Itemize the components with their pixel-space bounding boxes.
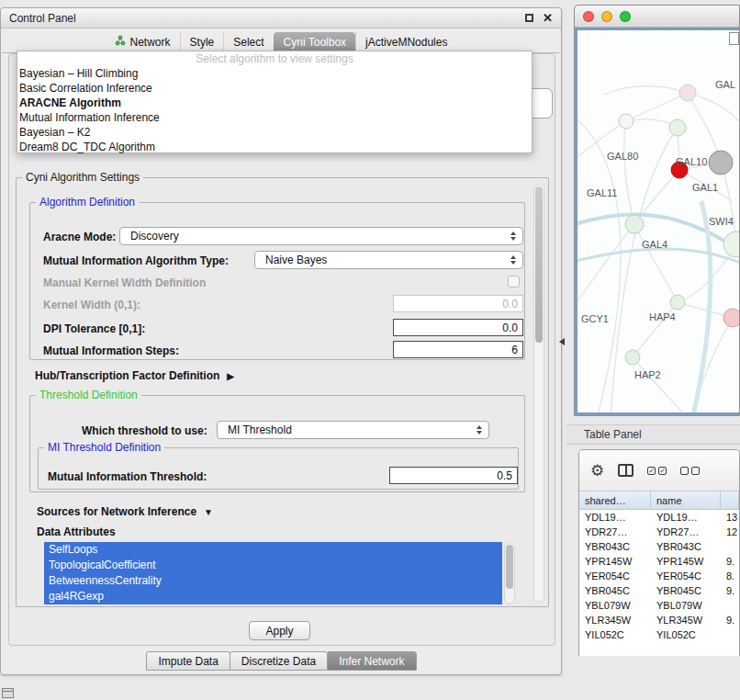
close-window-icon[interactable]: ✕ bbox=[543, 12, 553, 24]
mi-threshold-group: MI Threshold Definition Mutual Informati… bbox=[38, 447, 519, 490]
network-node[interactable] bbox=[679, 85, 696, 101]
table-cell: YDL19… bbox=[579, 510, 651, 525]
settings-scrollbar[interactable] bbox=[533, 184, 544, 603]
hub-definition-label: Hub/Transcription Factor Definition bbox=[35, 369, 219, 382]
attribute-item-gal4rgexp[interactable]: gal4RGexp bbox=[44, 589, 502, 604]
table-cell: YIL052C bbox=[579, 627, 651, 642]
table-row[interactable]: YIL052CYIL052C bbox=[579, 627, 739, 642]
dropdown-item-mutual-information-inference[interactable]: Mutual Information Inference bbox=[17, 110, 532, 125]
tab-network[interactable]: Network bbox=[106, 32, 180, 52]
gear-icon[interactable]: ⚙ bbox=[590, 463, 604, 479]
kernel-width-field[interactable] bbox=[393, 295, 523, 312]
which-threshold-combo[interactable]: MI Threshold bbox=[217, 421, 489, 439]
table-row[interactable]: YPR145WYPR145W9. bbox=[579, 554, 739, 569]
table-row[interactable]: YBR045CYBR045C9. bbox=[579, 583, 739, 598]
mi-type-combo[interactable]: Naive Bayes bbox=[254, 251, 523, 269]
titlebar-icons: ✕ bbox=[525, 12, 553, 24]
updown-arrows-icon bbox=[510, 231, 516, 241]
attribute-item-betweennesscentrality[interactable]: BetweennessCentrality bbox=[44, 573, 502, 589]
table-cell: 13 bbox=[721, 510, 739, 525]
bottom-tab-discretize-data[interactable]: Discretize Data bbox=[230, 651, 328, 671]
sources-collapser[interactable]: Sources for Network Inference ▼ bbox=[37, 505, 213, 518]
dropdown-item-bayesian-k2[interactable]: Bayesian – K2 bbox=[17, 125, 532, 140]
panel-divider-collapse-arrow[interactable] bbox=[559, 338, 565, 345]
network-node-label: GAL80 bbox=[607, 151, 638, 162]
manual-kernel-checkbox[interactable] bbox=[508, 276, 520, 288]
tab-style[interactable]: Style bbox=[180, 32, 224, 52]
table-row[interactable]: YDL19…YDL19…13 bbox=[579, 510, 739, 525]
mi-steps-field[interactable] bbox=[393, 341, 523, 358]
network-node[interactable] bbox=[619, 114, 633, 129]
dropdown-item-basic-correlation-inference[interactable]: Basic Correlation Inference bbox=[17, 81, 532, 96]
network-window-titlebar[interactable] bbox=[575, 6, 739, 28]
control-panel-titlebar[interactable]: Control Panel ✕ bbox=[1, 8, 561, 28]
bottom-tab-impute-data[interactable]: Impute Data bbox=[146, 651, 230, 671]
table-panel-header: Table Panel bbox=[566, 424, 740, 445]
network-node[interactable] bbox=[669, 119, 686, 136]
unchecked-pair-icon[interactable] bbox=[680, 467, 700, 475]
attribute-item-selfloops[interactable]: SelfLoops bbox=[44, 542, 502, 558]
table-cell bbox=[721, 539, 739, 554]
close-traffic-light[interactable] bbox=[583, 11, 594, 22]
columns-icon[interactable] bbox=[618, 464, 633, 477]
float-window-icon[interactable] bbox=[525, 14, 533, 22]
network-node[interactable] bbox=[670, 295, 685, 310]
table-row[interactable]: YBR043CYBR043C bbox=[579, 539, 739, 554]
hub-definition-expander[interactable]: Hub/Transcription Factor Definition ▶ bbox=[35, 369, 234, 382]
checked-pair-icon[interactable]: ✓✓ bbox=[647, 467, 667, 475]
column-header-col2[interactable] bbox=[721, 491, 739, 509]
mi-type-label: Mutual Information Algorithm Type: bbox=[43, 254, 229, 267]
table-row[interactable]: YLR345WYLR345W9. bbox=[579, 613, 739, 627]
dropdown-item-dream8-dc-tdc-algorithm[interactable]: Dream8 DC_TDC Algorithm bbox=[17, 140, 532, 154]
network-edge bbox=[626, 93, 688, 121]
dpi-tolerance-field[interactable] bbox=[393, 319, 523, 336]
apply-button[interactable]: Apply bbox=[249, 621, 310, 640]
network-node-label: SWI4 bbox=[709, 216, 734, 227]
network-node[interactable] bbox=[723, 309, 739, 327]
table-panel-title: Table Panel bbox=[584, 428, 642, 441]
attributes-scrollbar-thumb[interactable] bbox=[506, 545, 513, 589]
table-row[interactable]: YBL079WYBL079W bbox=[579, 598, 739, 613]
network-node[interactable] bbox=[723, 231, 739, 257]
table-cell: YBR045C bbox=[651, 583, 721, 598]
bottom-tab-infer-network[interactable]: Infer Network bbox=[327, 651, 416, 671]
network-edge bbox=[633, 302, 678, 357]
table-cell bbox=[721, 598, 739, 613]
network-node[interactable] bbox=[625, 215, 644, 233]
table-row[interactable]: YER054CYER054C8. bbox=[579, 569, 739, 583]
dropdown-item-bayesian-hill-climbing[interactable]: Bayesian – Hill Climbing bbox=[17, 66, 532, 81]
tab-select[interactable]: Select bbox=[223, 32, 273, 52]
dropdown-item-aracne-algorithm[interactable]: ARACNE Algorithm bbox=[17, 96, 532, 110]
aracne-mode-combo[interactable]: Discovery bbox=[119, 227, 523, 245]
minimize-traffic-light[interactable] bbox=[601, 11, 612, 22]
table-row[interactable]: YDR27…YDR27…12 bbox=[579, 525, 739, 539]
table-cell: YER054C bbox=[651, 569, 721, 583]
attributes-scrollbar[interactable] bbox=[504, 542, 515, 604]
table-body: YDL19…YDL19…13YDR27…YDR27…12YBR043CYBR04… bbox=[579, 510, 739, 642]
attribute-item-topologicalcoefficient[interactable]: TopologicalCoefficient bbox=[44, 558, 502, 573]
network-edge bbox=[688, 93, 739, 126]
mi-threshold-field[interactable] bbox=[389, 467, 518, 484]
tab-jactivemnodules[interactable]: jActiveMNodules bbox=[355, 32, 456, 52]
table-cell bbox=[721, 627, 739, 642]
birdseye-box[interactable] bbox=[729, 32, 739, 45]
tab-label: Select bbox=[233, 36, 263, 49]
network-node[interactable] bbox=[709, 151, 733, 175]
network-canvas[interactable]: GALGAL80GAL10GAL11GAL1SWI4GAL4GCY1HAP4HA… bbox=[577, 30, 739, 412]
table-cell: YBL079W bbox=[579, 598, 651, 613]
settings-scrollbar-thumb[interactable] bbox=[535, 186, 543, 343]
table-cell: YBR043C bbox=[579, 539, 651, 554]
network-node-label: GAL1 bbox=[692, 182, 718, 193]
network-node-label: GCY1 bbox=[581, 313, 609, 324]
network-node[interactable] bbox=[625, 350, 640, 365]
dpi-tolerance-label: DPI Tolerance [0,1]: bbox=[43, 322, 145, 335]
table-cell: YBR043C bbox=[651, 539, 721, 554]
column-header-shared[interactable]: shared… bbox=[579, 491, 651, 509]
column-header-name[interactable]: name bbox=[651, 491, 721, 509]
zoom-traffic-light[interactable] bbox=[620, 11, 631, 22]
tab-cyni-toolbox[interactable]: Cyni Toolbox bbox=[274, 32, 355, 52]
aracne-mode-value: Discovery bbox=[130, 230, 179, 243]
minimized-window-icon[interactable] bbox=[2, 688, 14, 698]
table-cell: YLR345W bbox=[651, 613, 721, 627]
network-frame: GALGAL80GAL10GAL11GAL1SWI4GAL4GCY1HAP4HA… bbox=[575, 28, 739, 415]
